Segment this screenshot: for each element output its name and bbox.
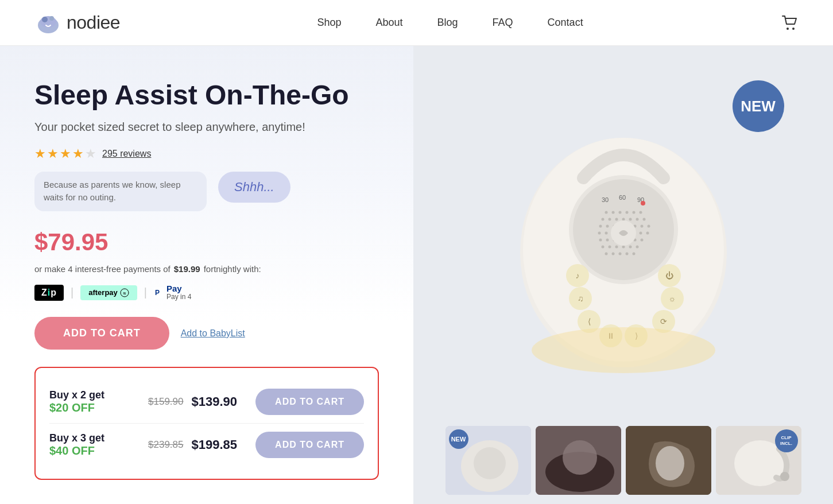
star-rating: ★ ★ ★ ★ ★ xyxy=(34,146,96,161)
product-image-container: NEW xyxy=(445,63,801,419)
thumbnail-3[interactable] xyxy=(626,426,711,495)
payment-info: or make 4 interest-free payments of $19.… xyxy=(34,264,379,274)
star-1: ★ xyxy=(34,146,46,161)
payment-text: or make 4 interest-free payments of xyxy=(34,264,171,274)
product-subtitle: Your pocket sized secret to sleep anywhe… xyxy=(34,119,379,135)
thumbnail-2[interactable] xyxy=(536,426,621,495)
bundle-row-1: Buy x 2 get $20 OFF $159.90 $139.90 ADD … xyxy=(49,381,364,423)
svg-point-2 xyxy=(42,17,48,22)
nav-blog[interactable]: Blog xyxy=(437,17,458,29)
product-image: 30 60 90 xyxy=(480,98,767,385)
svg-text:♪: ♪ xyxy=(575,271,579,280)
svg-text:P: P xyxy=(155,289,160,297)
svg-text:♫: ♫ xyxy=(577,294,583,303)
nav-contact[interactable]: Contact xyxy=(548,17,583,29)
new-badge: NEW xyxy=(733,80,784,132)
bundle-1-label: Buy x 2 get $20 OFF xyxy=(49,389,130,414)
svg-text:⟨: ⟨ xyxy=(587,317,590,326)
babylist-link[interactable]: Add to BabyList xyxy=(181,328,245,339)
thumb-2-image xyxy=(536,426,621,495)
svg-point-85 xyxy=(474,447,506,479)
afterpay-icon: ≈ xyxy=(120,288,129,297)
bundle-2-prices: $239.85 $199.85 xyxy=(148,437,237,452)
svg-point-53 xyxy=(622,246,625,249)
main-nav: Shop About Blog FAQ Contact xyxy=(317,17,583,29)
svg-point-20 xyxy=(601,218,604,221)
bundle-2-new-price: $199.85 xyxy=(192,437,238,452)
thumbnails-row: NEW xyxy=(445,419,801,502)
payment-amount: $19.99 xyxy=(174,264,200,274)
left-panel: Sleep Assist On-The-Go Your pocket sized… xyxy=(0,46,413,504)
svg-point-88 xyxy=(563,440,597,475)
svg-point-24 xyxy=(629,218,631,221)
product-title: Sleep Assist On-The-Go xyxy=(34,80,379,111)
bundle-1-old-price: $159.90 xyxy=(148,396,183,408)
cart-icon[interactable] xyxy=(780,14,799,32)
svg-text:⟳: ⟳ xyxy=(660,317,667,326)
paypal-logo: P Pay Pay in 4 xyxy=(154,284,191,301)
svg-text:60: 60 xyxy=(618,194,625,201)
bundle-row-2: Buy x 3 get $40 OFF $239.85 $199.85 ADD … xyxy=(49,423,364,466)
svg-text:30: 30 xyxy=(601,196,608,203)
svg-point-33 xyxy=(640,225,643,228)
svg-point-21 xyxy=(608,218,611,221)
svg-text:⏻: ⏻ xyxy=(665,271,673,280)
cta-row: ADD TO CART Add to BabyList xyxy=(34,317,379,350)
svg-point-52 xyxy=(615,246,618,249)
nav-about[interactable]: About xyxy=(376,17,403,29)
afterpay-logo: afterpay ≈ xyxy=(80,285,137,300)
thumb-new-badge: NEW xyxy=(449,429,468,449)
svg-point-49 xyxy=(640,239,643,242)
star-4: ★ xyxy=(72,146,84,161)
svg-point-90 xyxy=(656,446,684,480)
tagline-text: Because as parents we know, sleep waits … xyxy=(34,172,207,211)
svg-point-25 xyxy=(636,218,638,221)
thumbnail-4[interactable]: CLIPINCL. xyxy=(716,426,801,495)
svg-point-26 xyxy=(642,218,645,221)
svg-point-23 xyxy=(622,218,625,221)
star-3: ★ xyxy=(60,146,71,161)
svg-point-4 xyxy=(786,28,789,30)
svg-point-43 xyxy=(599,239,602,242)
nav-shop[interactable]: Shop xyxy=(317,17,341,29)
right-panel: NEW xyxy=(413,46,833,504)
svg-point-36 xyxy=(605,232,607,235)
bundle-1-cart-button[interactable]: ADD TO CART xyxy=(255,389,364,415)
zip-logo: Zip xyxy=(34,285,64,301)
bundle-box: Buy x 2 get $20 OFF $159.90 $139.90 ADD … xyxy=(34,367,379,480)
reviews-link[interactable]: 295 reviews xyxy=(102,149,151,159)
svg-point-41 xyxy=(639,232,642,235)
thumb-clip-badge: CLIPINCL. xyxy=(775,429,798,452)
logo-icon xyxy=(34,9,62,37)
svg-point-57 xyxy=(611,253,614,255)
svg-point-60 xyxy=(632,253,635,255)
add-to-cart-button[interactable]: ADD TO CART xyxy=(34,317,169,350)
nav-faq[interactable]: FAQ xyxy=(493,17,513,29)
payment-suffix: fortnightly with: xyxy=(204,264,261,274)
svg-point-56 xyxy=(605,253,607,255)
svg-point-19 xyxy=(639,211,642,214)
tagline-area: Because as parents we know, sleep waits … xyxy=(34,172,379,211)
logo[interactable]: nodiee xyxy=(34,9,120,37)
svg-point-51 xyxy=(608,246,611,249)
svg-point-27 xyxy=(599,225,602,228)
svg-point-35 xyxy=(598,232,600,235)
header: nodiee Shop About Blog FAQ Contact xyxy=(0,0,833,46)
svg-point-22 xyxy=(615,218,618,221)
svg-point-54 xyxy=(629,246,631,249)
star-2: ★ xyxy=(47,146,59,161)
svg-point-15 xyxy=(611,211,614,214)
svg-point-34 xyxy=(647,225,650,228)
svg-point-16 xyxy=(618,211,621,214)
bundle-2-label: Buy x 3 get $40 OFF xyxy=(49,432,130,458)
svg-point-55 xyxy=(636,246,638,249)
bundle-2-cart-button[interactable]: ADD TO CART xyxy=(255,432,364,458)
payment-logos: Zip | afterpay ≈ | P Pay Pay in 4 xyxy=(34,284,379,301)
svg-point-82 xyxy=(532,327,715,373)
svg-point-44 xyxy=(606,239,609,242)
product-price: $79.95 xyxy=(34,228,379,256)
shhh-bubble: Shhh... xyxy=(218,172,290,203)
svg-point-5 xyxy=(792,28,795,30)
thumbnail-1[interactable]: NEW xyxy=(445,426,531,495)
svg-point-18 xyxy=(632,211,635,214)
